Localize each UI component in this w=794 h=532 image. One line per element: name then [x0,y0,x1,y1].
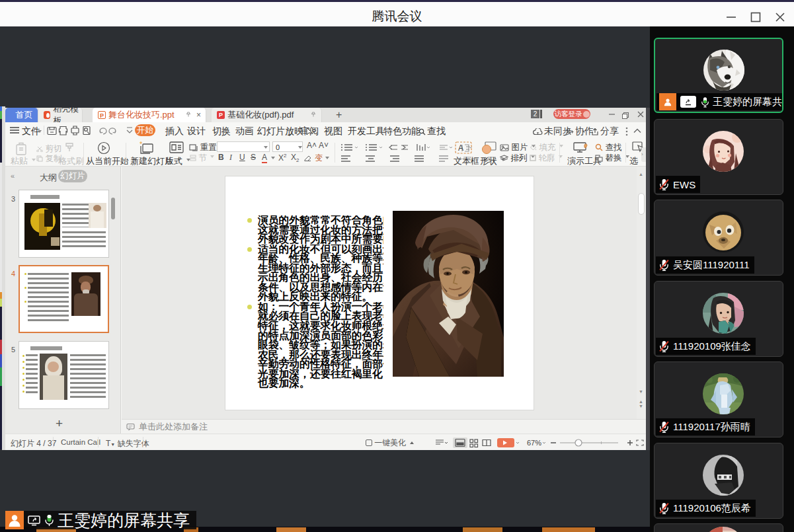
svg-text:67%: 67% [527,439,541,447]
svg-text:A: A [458,143,463,153]
